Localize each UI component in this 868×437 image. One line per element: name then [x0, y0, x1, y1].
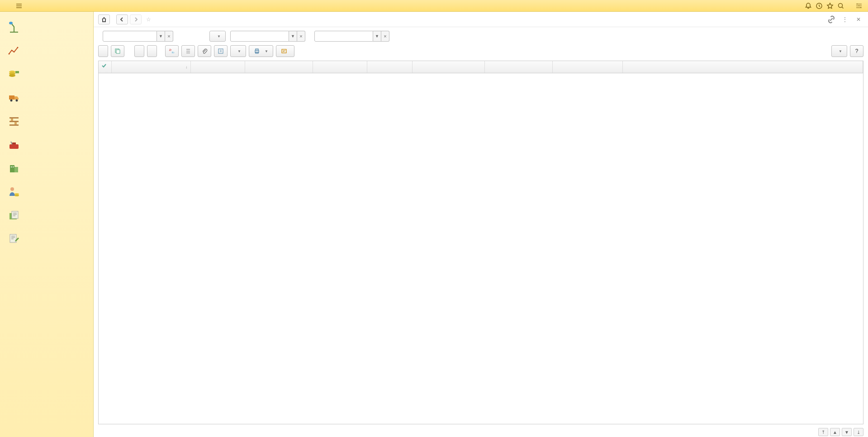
star-icon[interactable] — [825, 0, 835, 11]
svg-point-4 — [17, 47, 19, 48]
nav-main[interactable] — [0, 15, 93, 39]
main-menu-icon[interactable] — [14, 1, 24, 10]
svg-point-3 — [9, 53, 10, 55]
create-based-button[interactable]: ▼ — [230, 45, 246, 57]
building-icon — [6, 161, 22, 176]
settings-icon[interactable] — [854, 0, 864, 11]
scroll-top-icon[interactable]: ⤒ — [818, 428, 828, 436]
scroll-bottom-icon[interactable]: ⤓ — [854, 428, 863, 436]
favorite-star-icon[interactable]: ☆ — [143, 16, 153, 23]
svg-rect-35 — [256, 49, 258, 50]
op-combo[interactable]: ▼ × — [314, 31, 389, 42]
nav-assets[interactable] — [0, 157, 93, 180]
op-value[interactable] — [314, 31, 373, 42]
col-cur[interactable] — [367, 61, 412, 73]
svg-point-7 — [9, 74, 15, 77]
back-button[interactable] — [116, 14, 128, 24]
chart-line-icon — [6, 43, 22, 58]
svg-rect-22 — [13, 166, 14, 167]
nav-sales[interactable] — [0, 86, 93, 109]
svg-rect-37 — [282, 49, 286, 53]
filter-bar: ▼ × ▼ ▼ × ▼ × — [94, 27, 868, 45]
col-flag[interactable] — [99, 61, 111, 73]
nav-hr[interactable] — [0, 180, 93, 204]
chevron-down-icon[interactable]: ▼ — [157, 31, 165, 42]
sklad-value[interactable] — [230, 31, 289, 42]
toolbox-icon — [6, 137, 22, 152]
sklad-combo[interactable]: ▼ × — [230, 31, 305, 42]
sklad-button[interactable]: ▼ — [209, 31, 226, 42]
close-icon[interactable]: ✕ — [854, 14, 863, 24]
chevron-down-icon: ▼ — [237, 49, 241, 53]
col-resp[interactable] — [552, 61, 622, 73]
document-table[interactable]: ↓ — [98, 61, 863, 424]
clear-icon[interactable]: × — [297, 31, 305, 42]
doc-pencil-icon — [6, 231, 22, 247]
chevron-down-icon[interactable]: ▼ — [373, 31, 381, 42]
link-icon[interactable] — [826, 14, 836, 24]
svg-rect-33 — [218, 49, 223, 53]
chevron-down-icon: ▼ — [265, 49, 268, 53]
dtkt-button[interactable]: ДтКт — [165, 45, 179, 57]
svg-rect-9 — [9, 95, 14, 100]
svg-rect-12 — [9, 117, 19, 119]
clear-icon[interactable]: × — [165, 31, 173, 42]
col-number[interactable] — [190, 61, 245, 73]
nav-production[interactable] — [0, 133, 93, 157]
list-button[interactable] — [181, 45, 195, 57]
nav-reports[interactable] — [0, 204, 93, 227]
svg-rect-16 — [14, 122, 17, 124]
col-org[interactable] — [484, 61, 552, 73]
section-nav — [0, 12, 94, 437]
desk-lamp-icon — [6, 19, 22, 35]
svg-point-10 — [10, 100, 13, 102]
chevron-down-icon: ▼ — [839, 49, 842, 53]
coins-icon — [6, 66, 22, 82]
col-sum[interactable] — [313, 61, 367, 73]
col-op[interactable] — [245, 61, 313, 73]
col-payer[interactable] — [412, 61, 484, 73]
create-button[interactable] — [98, 45, 108, 57]
svg-rect-20 — [14, 167, 18, 172]
svg-rect-8 — [15, 71, 19, 73]
table-header-row[interactable]: ↓ — [99, 61, 863, 73]
svg-rect-19 — [10, 165, 14, 172]
svg-point-1 — [839, 3, 843, 7]
bell-icon[interactable] — [803, 0, 814, 11]
history-icon[interactable] — [814, 0, 825, 11]
attach-button[interactable] — [198, 45, 211, 57]
org-combo[interactable]: ▼ × — [103, 31, 173, 42]
more-button[interactable]: ▼ — [831, 45, 847, 57]
print-button[interactable]: ▼ — [249, 45, 273, 57]
nav-stock[interactable] — [0, 109, 93, 133]
copy-button[interactable] — [111, 45, 124, 57]
cancel-find-button — [147, 45, 157, 57]
find-button[interactable] — [134, 45, 144, 57]
col-comment[interactable] — [622, 61, 863, 73]
nav-settings[interactable] — [0, 227, 93, 251]
search-icon[interactable] — [835, 0, 846, 11]
folder-doc-icon — [6, 208, 22, 223]
nav-bank[interactable] — [0, 62, 93, 86]
scroll-up-icon[interactable]: ▲ — [830, 428, 840, 436]
help-button[interactable]: ? — [850, 45, 863, 57]
nav-manager[interactable] — [0, 39, 93, 62]
org-value[interactable] — [103, 31, 157, 42]
clear-icon[interactable]: × — [381, 31, 389, 42]
forward-button — [130, 14, 142, 24]
svg-rect-30 — [116, 50, 120, 53]
chevron-down-icon: ▼ — [217, 34, 221, 38]
chevron-down-icon[interactable]: ▼ — [289, 31, 297, 42]
movements-button[interactable] — [276, 45, 294, 57]
col-date[interactable]: ↓ — [111, 61, 190, 73]
scroll-down-icon[interactable]: ▼ — [842, 428, 852, 436]
truck-icon — [6, 90, 22, 105]
svg-rect-13 — [9, 121, 19, 122]
svg-point-11 — [16, 100, 18, 102]
person-coins-icon — [6, 184, 22, 200]
kebab-icon[interactable]: ⋮ — [840, 14, 850, 24]
page-header: ☆ ⋮ ✕ — [94, 12, 868, 27]
register-button[interactable] — [214, 45, 228, 57]
svg-rect-14 — [9, 124, 19, 126]
home-button[interactable] — [98, 14, 110, 24]
